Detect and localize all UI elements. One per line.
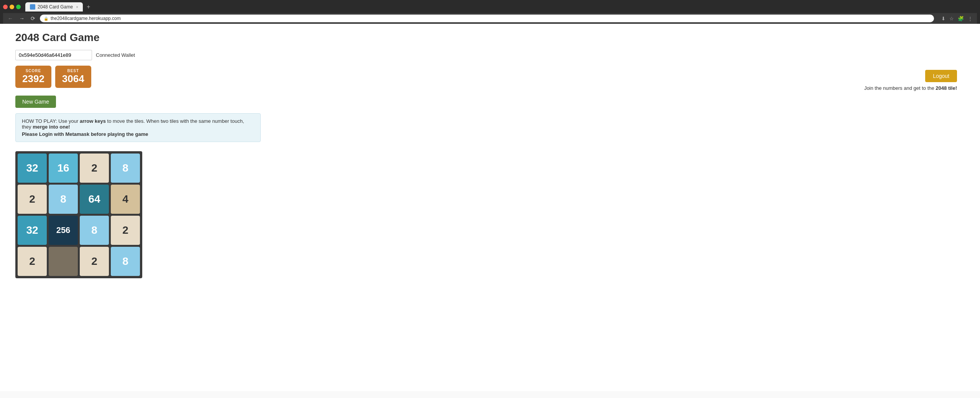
- tile: 32: [18, 216, 47, 245]
- howto-line1: HOW TO PLAY: Use your arrow keys to move…: [22, 118, 254, 130]
- extensions-icon[interactable]: 🧩: [957, 15, 965, 22]
- how-to-play-box: HOW TO PLAY: Use your arrow keys to move…: [15, 113, 261, 142]
- page-title: 2048 Card Game: [15, 31, 965, 44]
- reload-button[interactable]: ⟳: [29, 15, 37, 22]
- download-icon[interactable]: ⬇: [940, 15, 947, 22]
- tile: 8: [80, 216, 109, 245]
- tab-title: 2048 Card Game: [38, 4, 73, 10]
- score-row: SCORE 2392 BEST 3064: [15, 66, 965, 88]
- forward-button[interactable]: →: [18, 15, 26, 22]
- best-label: BEST: [62, 69, 84, 73]
- tile: [49, 247, 78, 276]
- score-box: SCORE 2392: [15, 66, 51, 88]
- tile: 32: [18, 154, 47, 183]
- bookmark-icon[interactable]: ☆: [948, 15, 955, 22]
- logout-button[interactable]: Logout: [925, 70, 957, 82]
- browser-chrome: 2048 Card Game × + ← → ⟳ 🔒 the2048cardga…: [0, 0, 980, 24]
- tile: 2: [80, 247, 109, 276]
- tab-close-icon[interactable]: ×: [76, 5, 78, 9]
- tile: 2: [18, 185, 47, 214]
- new-tab-button[interactable]: +: [84, 3, 92, 11]
- tile: 2: [111, 216, 140, 245]
- page-content: 2048 Card Game Connected Wallet SCORE 23…: [0, 24, 980, 391]
- active-tab[interactable]: 2048 Card Game ×: [25, 2, 83, 12]
- tile: 8: [111, 154, 140, 183]
- tile: 8: [111, 247, 140, 276]
- best-value: 3064: [62, 73, 84, 85]
- howto-line2: Please Login with Metamask before playin…: [22, 131, 254, 137]
- tile: 64: [80, 185, 109, 214]
- lock-icon: 🔒: [44, 17, 48, 21]
- wallet-address-input[interactable]: [15, 50, 92, 60]
- fullscreen-window-button[interactable]: [16, 5, 21, 9]
- back-button[interactable]: ←: [6, 15, 15, 22]
- tile: 8: [49, 185, 78, 214]
- menu-icon[interactable]: ⋮: [967, 15, 974, 22]
- address-bar[interactable]: 🔒 the2048cardgame.herokuapp.com: [40, 15, 934, 22]
- score-label: SCORE: [22, 69, 44, 73]
- tab-bar: 2048 Card Game × +: [3, 2, 977, 12]
- tile: 16: [49, 154, 78, 183]
- howto-keys: arrow keys: [80, 118, 106, 124]
- address-bar-row: ← → ⟳ 🔒 the2048cardgame.herokuapp.com ⬇ …: [3, 13, 977, 24]
- score-value: 2392: [22, 73, 44, 85]
- join-highlight: 2048 tile!: [936, 85, 957, 91]
- game-grid: 321628286443225682228: [18, 154, 140, 276]
- join-text: Join the numbers and get to the 2048 til…: [864, 85, 957, 91]
- minimize-window-button[interactable]: [10, 5, 14, 9]
- wallet-row: Connected Wallet: [15, 50, 965, 60]
- best-box: BEST 3064: [55, 66, 91, 88]
- tab-favicon-icon: [30, 4, 35, 10]
- howto-merge: merge into one!: [33, 124, 70, 130]
- tile: 256: [49, 216, 78, 245]
- traffic-lights: [3, 5, 21, 9]
- wallet-status: Connected Wallet: [96, 52, 135, 58]
- browser-actions: ⬇ ☆ 🧩 ⋮: [940, 15, 974, 22]
- url-text: the2048cardgame.herokuapp.com: [51, 16, 121, 21]
- join-prefix: Join the numbers and get to the: [864, 85, 936, 91]
- right-panel: Logout Join the numbers and get to the 2…: [864, 70, 957, 97]
- tile: 2: [18, 247, 47, 276]
- tile: 4: [111, 185, 140, 214]
- tile: 2: [80, 154, 109, 183]
- game-board: 321628286443225682228: [15, 151, 142, 278]
- close-window-button[interactable]: [3, 5, 8, 9]
- howto-prefix: HOW TO PLAY: Use your: [22, 118, 80, 124]
- new-game-button[interactable]: New Game: [15, 96, 56, 108]
